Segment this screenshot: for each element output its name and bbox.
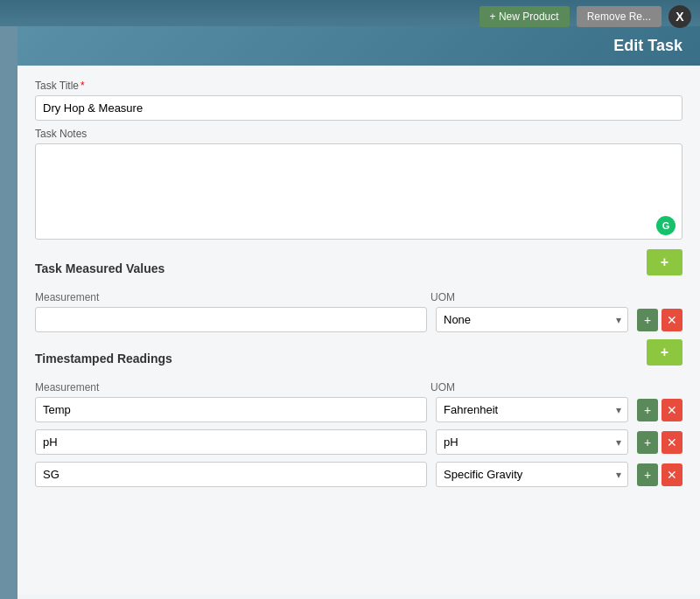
timestamped-add-row-button-1[interactable]: + <box>637 431 658 454</box>
measured-value-measurement-col <box>35 307 427 332</box>
timestamped-measurement-input-0[interactable] <box>35 397 427 422</box>
timestamped-uom-col-1: None Fahrenheit pH Specific Gravity <box>436 429 628 455</box>
close-button[interactable]: X <box>668 5 691 28</box>
task-notes-label: Task Notes <box>35 128 682 140</box>
top-bar: + New Product Remove Re... X <box>471 0 700 33</box>
measured-col-measurement-header: Measurement <box>35 291 422 303</box>
add-timestamped-button[interactable]: + <box>647 339 682 366</box>
measured-value-uom-select-0[interactable]: None Fahrenheit pH Specific Gravity <box>436 307 628 332</box>
timestamped-uom-col-0: None Fahrenheit pH Specific Gravity <box>436 397 628 422</box>
timestamped-measurement-input-2[interactable] <box>35 462 427 487</box>
timestamped-readings-section: Timestamped Readings + Measurement UOM N… <box>35 339 682 487</box>
new-product-button[interactable]: + New Product <box>480 6 570 27</box>
grammarly-icon: G <box>656 216 676 235</box>
timestamped-actions-0: + ✕ <box>637 399 682 421</box>
task-measured-values-section: Task Measured Values + Measurement UOM N… <box>35 249 682 332</box>
timestamped-measurement-col-1 <box>35 429 427 455</box>
modal-title: Edit Task <box>613 37 682 54</box>
timestamped-add-row-button-0[interactable]: + <box>637 399 658 421</box>
task-title-field: Task Title* <box>35 80 682 121</box>
timestamped-uom-wrapper-1: None Fahrenheit pH Specific Gravity <box>436 429 628 455</box>
timestamped-uom-wrapper-2: None Fahrenheit pH Specific Gravity <box>436 462 628 487</box>
timestamped-remove-row-button-2[interactable]: ✕ <box>662 463 682 486</box>
timestamped-actions-2: + ✕ <box>637 463 682 486</box>
measured-value-add-row-button-0[interactable]: + <box>637 309 658 331</box>
form-area: Task Title* Task Notes G Task Measured V… <box>18 66 700 595</box>
measured-value-uom-col: None Fahrenheit pH Specific Gravity <box>436 307 628 332</box>
timestamped-header-row: Timestamped Readings + <box>35 339 682 373</box>
timestamped-col-measurement-header: Measurement <box>35 381 422 394</box>
measured-value-actions-0: + ✕ <box>637 309 682 331</box>
timestamped-column-headers: Measurement UOM <box>35 381 682 394</box>
timestamped-uom-col-2: None Fahrenheit pH Specific Gravity <box>436 462 628 487</box>
required-indicator: * <box>80 80 85 92</box>
timestamped-title: Timestamped Readings <box>35 352 172 366</box>
timestamped-uom-select-0[interactable]: None Fahrenheit pH Specific Gravity <box>436 397 628 422</box>
timestamped-row-2: None Fahrenheit pH Specific Gravity + ✕ <box>35 462 682 487</box>
measured-values-header-row: Task Measured Values + <box>35 249 682 282</box>
timestamped-uom-wrapper-0: None Fahrenheit pH Specific Gravity <box>436 397 628 422</box>
task-title-label: Task Title* <box>35 80 682 92</box>
measured-col-actions-header <box>632 291 682 303</box>
task-notes-input[interactable] <box>35 143 682 240</box>
timestamped-row-0: None Fahrenheit pH Specific Gravity + ✕ <box>35 397 682 422</box>
measured-values-column-headers: Measurement UOM <box>35 291 682 303</box>
measured-values-title: Task Measured Values <box>35 261 164 275</box>
timestamped-measurement-col-2 <box>35 462 427 487</box>
timestamped-uom-select-2[interactable]: None Fahrenheit pH Specific Gravity <box>436 462 628 487</box>
task-notes-field: Task Notes G <box>35 128 682 242</box>
edit-task-modal: Edit Task Task Title* Task Notes G Task … <box>18 26 700 599</box>
timestamped-row-1: None Fahrenheit pH Specific Gravity + ✕ <box>35 429 682 455</box>
timestamped-measurement-input-1[interactable] <box>35 429 427 455</box>
timestamped-measurement-col-0 <box>35 397 427 422</box>
timestamped-uom-select-1[interactable]: None Fahrenheit pH Specific Gravity <box>436 429 628 455</box>
timestamped-actions-1: + ✕ <box>637 431 682 454</box>
measured-value-remove-row-button-0[interactable]: ✕ <box>662 309 682 331</box>
measured-value-row: None Fahrenheit pH Specific Gravity + ✕ <box>35 307 682 332</box>
timestamped-col-uom-header: UOM <box>430 381 623 394</box>
remove-button[interactable]: Remove Re... <box>577 6 662 27</box>
timestamped-remove-row-button-0[interactable]: ✕ <box>662 399 682 421</box>
task-title-input[interactable] <box>35 95 682 121</box>
add-measured-value-button[interactable]: + <box>647 249 682 275</box>
measured-value-uom-wrapper-0: None Fahrenheit pH Specific Gravity <box>436 307 628 332</box>
timestamped-remove-row-button-1[interactable]: ✕ <box>662 431 682 454</box>
measured-col-uom-header: UOM <box>430 291 623 303</box>
timestamped-add-row-button-2[interactable]: + <box>637 463 658 486</box>
timestamped-col-actions-header <box>632 381 682 394</box>
measured-value-input-0[interactable] <box>35 307 427 332</box>
task-notes-wrapper: G <box>35 143 682 242</box>
